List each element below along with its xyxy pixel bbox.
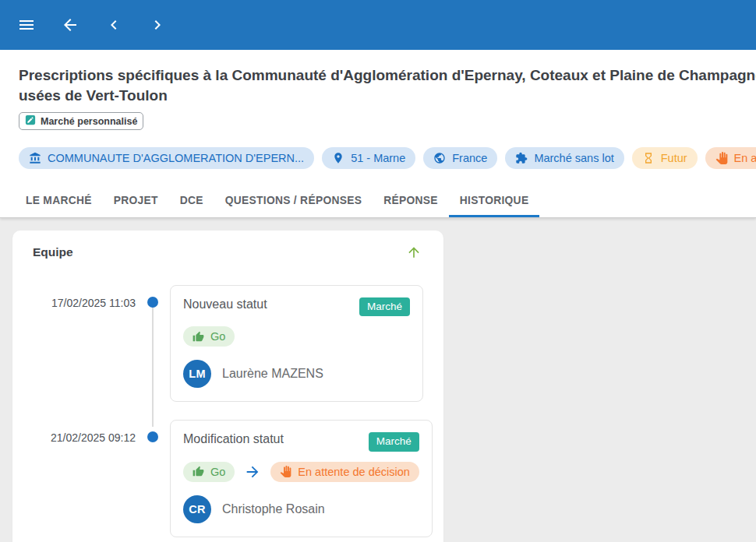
event-status-row: Go bbox=[183, 326, 410, 347]
timeline-marker bbox=[136, 285, 170, 402]
event-title: Nouveau statut bbox=[183, 297, 267, 311]
buyer-chip: COMMUNAUTE D'AGGLOMERATION D'EPERN... bbox=[19, 147, 314, 169]
event-card-header: Nouveau statutMarché bbox=[183, 297, 410, 316]
page-title-line-2: usées de Vert-Toulon bbox=[19, 86, 737, 106]
avatar: CR bbox=[183, 495, 211, 523]
chevron-left-icon bbox=[104, 16, 123, 34]
chevron-right-button[interactable] bbox=[142, 9, 173, 40]
tab-dce[interactable]: DCE bbox=[169, 183, 214, 217]
timeline-connector bbox=[152, 304, 154, 427]
page-title-line-1: Prescriptions spécifiques à la Communaut… bbox=[19, 65, 737, 86]
event-status-row: GoEn attente de décision bbox=[183, 462, 419, 482]
chevron-right-icon bbox=[148, 16, 167, 34]
hourglass-icon bbox=[642, 152, 655, 164]
tab-bar: LE MARCHÉPROJETDCEQUESTIONS / RÉPONSESRÉ… bbox=[15, 183, 737, 217]
arrow-back-button[interactable] bbox=[55, 9, 86, 40]
timeline-marker bbox=[136, 420, 170, 537]
equipe-card-header: Equipe bbox=[33, 243, 423, 262]
content-area: Equipe 17/02/2025 11:03Nouveau statutMar… bbox=[0, 218, 756, 542]
card-title: Equipe bbox=[33, 245, 73, 259]
thumbs-up-icon bbox=[193, 466, 204, 477]
status-chip-go: Go bbox=[183, 462, 235, 482]
tab-le-marche[interactable]: LE MARCHÉ bbox=[15, 183, 103, 217]
status-chip-go: Go bbox=[183, 326, 235, 347]
timeline: 17/02/2025 11:03Nouveau statutMarchéGoLM… bbox=[33, 285, 423, 537]
decision-status-chip: En attente de décision bbox=[705, 147, 756, 169]
raised-hand-icon bbox=[715, 152, 728, 164]
lot-chip: Marché sans lot bbox=[505, 147, 624, 169]
timeline-dot bbox=[147, 431, 158, 442]
user-name: Laurène MAZENS bbox=[222, 367, 323, 381]
tab-historique[interactable]: HISTORIQUE bbox=[449, 183, 540, 217]
arrow-forward-icon bbox=[244, 463, 261, 480]
tab-reponse[interactable]: RÉPONSE bbox=[373, 183, 449, 217]
event-title: Modification statut bbox=[183, 432, 284, 446]
event-scope-badge: Marché bbox=[369, 432, 419, 451]
arrow-back-icon bbox=[61, 16, 79, 34]
event-card: Modification statutMarchéGoEn attente de… bbox=[170, 420, 433, 537]
timeline-entry: 21/02/2025 09:12Modification statutMarch… bbox=[33, 420, 423, 537]
thumbs-up-icon bbox=[193, 331, 204, 343]
event-card: Nouveau statutMarchéGoLMLaurène MAZENS bbox=[170, 285, 423, 402]
top-navigation-bar bbox=[0, 0, 756, 50]
buyer-chip-label: COMMUNAUTE D'AGGLOMERATION D'EPERN... bbox=[48, 152, 304, 164]
raised-hand-icon bbox=[280, 466, 291, 477]
arrow-up-icon bbox=[406, 245, 422, 260]
equipe-card: Equipe 17/02/2025 11:03Nouveau statutMar… bbox=[12, 231, 443, 542]
chips-row: COMMUNAUTE D'AGGLOMERATION D'EPERN...51 … bbox=[19, 147, 737, 169]
page-header: Prescriptions spécifiques à la Communaut… bbox=[0, 50, 756, 218]
status-chip-label: Go bbox=[210, 330, 225, 343]
decision-status-chip-label: En attente de décision bbox=[734, 152, 756, 164]
tab-questions-reponses[interactable]: QUESTIONS / RÉPONSES bbox=[214, 183, 373, 217]
phase-chip-label: Futur bbox=[661, 152, 687, 164]
status-chip-label: Go bbox=[210, 466, 225, 478]
menu-button[interactable] bbox=[11, 9, 42, 40]
market-type-badge-label: Marché personnalisé bbox=[41, 116, 137, 127]
status-chip-en-attente-de-decision: En attente de décision bbox=[270, 462, 419, 482]
globe-icon bbox=[433, 152, 446, 164]
user-name: Christophe Rosain bbox=[222, 502, 325, 516]
menu-icon bbox=[17, 16, 36, 34]
event-user-row: LMLaurène MAZENS bbox=[183, 360, 410, 388]
market-type-badge: Marché personnalisé bbox=[19, 112, 143, 130]
lot-chip-label: Marché sans lot bbox=[534, 152, 613, 164]
department-chip-label: 51 - Marne bbox=[351, 152, 405, 164]
tab-projet[interactable]: PROJET bbox=[103, 183, 169, 217]
bank-icon bbox=[29, 152, 41, 164]
page-title: Prescriptions spécifiques à la Communaut… bbox=[19, 65, 737, 105]
timeline-timestamp: 17/02/2025 11:03 bbox=[33, 285, 136, 402]
timeline-entry: 17/02/2025 11:03Nouveau statutMarchéGoLM… bbox=[33, 285, 423, 402]
country-chip: France bbox=[423, 147, 497, 169]
market-type-badge-icon-wrap bbox=[25, 114, 36, 128]
timeline-dot bbox=[147, 297, 158, 308]
location-pin-icon bbox=[332, 152, 344, 164]
chevron-left-button[interactable] bbox=[98, 9, 129, 40]
edit-square-icon bbox=[25, 114, 36, 125]
event-scope-badge: Marché bbox=[359, 297, 410, 316]
transition-arrow bbox=[244, 463, 261, 480]
puzzle-icon bbox=[515, 152, 528, 164]
avatar: LM bbox=[183, 360, 211, 388]
collapse-button[interactable] bbox=[404, 243, 423, 262]
event-user-row: CRChristophe Rosain bbox=[183, 495, 419, 523]
country-chip-label: France bbox=[452, 152, 487, 164]
timeline-timestamp: 21/02/2025 09:12 bbox=[33, 420, 136, 537]
event-card-header: Modification statutMarché bbox=[183, 432, 419, 451]
department-chip: 51 - Marne bbox=[322, 147, 415, 169]
phase-chip: Futur bbox=[632, 147, 698, 169]
status-chip-label: En attente de décision bbox=[298, 466, 410, 478]
